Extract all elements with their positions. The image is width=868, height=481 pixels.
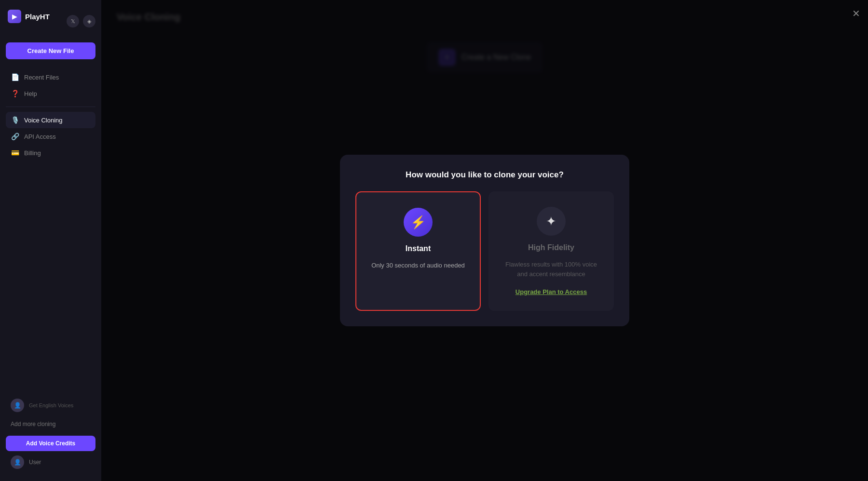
sidebar-item-label: Help	[24, 90, 37, 97]
sidebar-item-recent-files[interactable]: 📄 Recent Files	[6, 69, 95, 85]
sidebar-item-help[interactable]: ❓ Help	[6, 85, 95, 102]
get-english-voices-label: Get English Voices	[29, 402, 73, 408]
hifi-option-title: High Fidelity	[528, 243, 574, 252]
get-english-voices-item[interactable]: 👤 Get English Voices	[6, 394, 95, 416]
add-voice-credits-button[interactable]: Add Voice Credits	[6, 436, 95, 451]
help-icon: ❓	[11, 90, 19, 97]
add-more-label-text: Add more cloning	[11, 421, 55, 428]
user-avatar: 👤	[11, 399, 24, 412]
sidebar-nav: 📄 Recent Files ❓ Help 🎙️ Voice Cloning 🔗…	[6, 69, 95, 161]
high-fidelity-option-card[interactable]: ✦ High Fidelity Flawless results with 10…	[488, 191, 614, 311]
instant-option-title: Instant	[406, 244, 431, 253]
api-access-icon: 🔗	[11, 133, 19, 140]
sidebar-item-api-access[interactable]: 🔗 API Access	[6, 128, 95, 145]
sidebar-item-voice-cloning[interactable]: 🎙️ Voice Cloning	[6, 112, 95, 128]
recent-files-icon: 📄	[11, 73, 19, 81]
modal-close-button[interactable]: ✕	[852, 8, 860, 19]
sidebar: ▶ PlayHT 𝕏 ◈ Create New File 📄 Recent Fi…	[0, 0, 101, 481]
modal-overlay: ✕ How would you like to clone your voice…	[101, 0, 868, 481]
modal-title: How would you like to clone your voice?	[355, 170, 614, 180]
sidebar-item-billing[interactable]: 💳 Billing	[6, 145, 95, 161]
logo-text: PlayHT	[25, 13, 50, 21]
social-links: 𝕏 ◈	[67, 15, 95, 27]
logo-icon: ▶	[8, 10, 21, 23]
sidebar-item-label: API Access	[24, 133, 56, 140]
sidebar-item-label: Recent Files	[24, 74, 59, 81]
hifi-option-desc: Flawless results with 100% voice and acc…	[500, 260, 602, 279]
logo: ▶ PlayHT	[6, 8, 52, 25]
sidebar-item-label: Billing	[24, 149, 41, 157]
create-new-file-button[interactable]: Create New File	[6, 42, 95, 59]
user-profile-item[interactable]: 👤 User	[6, 451, 95, 473]
sidebar-divider	[6, 107, 95, 107]
lightning-icon: ⚡	[410, 215, 426, 230]
hifi-icon-wrap: ✦	[537, 207, 566, 236]
sparkle-icon: ✦	[546, 214, 556, 229]
discord-icon[interactable]: ◈	[83, 15, 95, 27]
sidebar-bottom: 👤 Get English Voices Add more cloning Ad…	[6, 394, 95, 473]
instant-option-desc: Only 30 seconds of audio needed	[371, 261, 465, 270]
sidebar-item-label: Voice Cloning	[24, 117, 63, 124]
twitter-icon[interactable]: 𝕏	[67, 15, 79, 27]
upgrade-plan-link[interactable]: Upgrade Plan to Access	[515, 288, 587, 295]
instant-icon-wrap: ⚡	[404, 208, 433, 237]
user-name: User	[29, 459, 41, 466]
add-more-cloning-label: Add more cloning	[6, 416, 95, 432]
billing-icon: 💳	[11, 149, 19, 157]
voice-cloning-icon: 🎙️	[11, 116, 19, 124]
user-avatar-icon: 👤	[11, 455, 24, 469]
clone-voice-modal: ✕ How would you like to clone your voice…	[340, 155, 629, 326]
instant-option-card[interactable]: ⚡ Instant Only 30 seconds of audio neede…	[355, 191, 481, 311]
main-content: Voice Cloning + Create a New Clone ✕ How…	[101, 0, 868, 481]
clone-options: ⚡ Instant Only 30 seconds of audio neede…	[355, 191, 614, 311]
logo-symbol: ▶	[12, 13, 17, 20]
